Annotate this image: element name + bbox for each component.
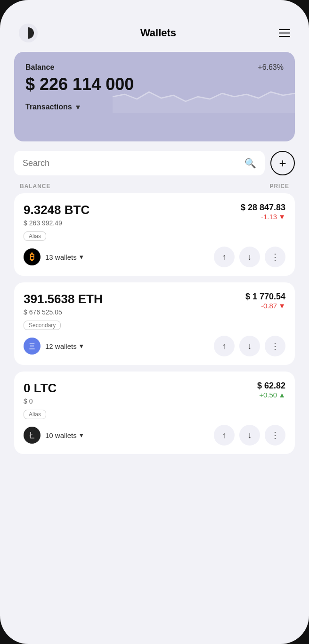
more-button-btc[interactable]: ⋮	[265, 247, 285, 267]
balance-column-header: BALANCE	[20, 183, 50, 190]
coin-bottom-eth: Ξ 12 wallets ▾ ↑ ↓ ⋮	[24, 336, 285, 356]
wallets-chevron-eth: ▾	[80, 342, 83, 350]
coin-price-eth: $ 1 770.54 -0.87 ▼	[245, 292, 285, 310]
add-wallet-button[interactable]: +	[270, 151, 295, 175]
more-button-ltc[interactable]: ⋮	[265, 425, 285, 446]
coin-price-value-ltc: $ 62.82	[257, 381, 285, 391]
action-buttons-eth: ↑ ↓ ⋮	[214, 336, 285, 356]
receive-button-eth[interactable]: ↓	[239, 336, 260, 356]
coin-alias-ltc: Alias	[24, 410, 46, 419]
coin-alias-eth: Secondary	[24, 321, 61, 330]
page-title: Wallets	[140, 27, 176, 39]
coin-usd-btc: $ 263 992.49	[24, 219, 89, 227]
balance-label: Balance	[25, 63, 54, 72]
table-header: BALANCE PRICE	[14, 180, 295, 193]
action-buttons-btc: ↑ ↓ ⋮	[214, 247, 285, 267]
action-buttons-ltc: ↑ ↓ ⋮	[214, 425, 285, 446]
coin-bottom-ltc: Ł 10 wallets ▾ ↑ ↓ ⋮	[24, 425, 285, 446]
down-arrow-icon-eth: ▼	[278, 302, 285, 310]
send-button-eth[interactable]: ↑	[214, 336, 235, 356]
coin-logo-row-ltc: Ł 10 wallets ▾	[24, 427, 83, 444]
ltc-wallets-button[interactable]: 10 wallets ▾	[45, 431, 83, 439]
search-box: 🔍	[14, 151, 265, 175]
svg-marker-1	[113, 92, 295, 113]
coin-change-eth: -0.87 ▼	[245, 302, 285, 310]
coin-usd-ltc: $ 0	[24, 397, 57, 405]
coin-price-value-btc: $ 28 847.83	[241, 203, 285, 213]
coin-amount-btc: 9.3248 BTC	[24, 203, 89, 217]
btc-logo-icon: ₿	[24, 248, 41, 265]
transactions-label: Transactions	[25, 103, 72, 111]
coin-amount-eth: 391.5638 ETH	[24, 292, 103, 306]
eth-logo-icon: Ξ	[24, 338, 41, 355]
transactions-chevron-icon: ▾	[76, 102, 80, 112]
coin-logo-row-btc: ₿ 13 wallets ▾	[24, 248, 83, 265]
price-column-header: PRICE	[270, 183, 289, 190]
search-row: 🔍 +	[14, 151, 295, 175]
more-button-eth[interactable]: ⋮	[265, 336, 285, 356]
coin-change-btc: -1.13 ▼	[241, 213, 285, 221]
coin-left-ltc: 0 LTC $ 0 Alias	[24, 381, 57, 425]
coin-amount-ltc: 0 LTC	[24, 381, 57, 396]
coin-alias-btc: Alias	[24, 231, 46, 241]
coin-card-btc: 9.3248 BTC $ 263 992.49 Alias $ 28 847.8…	[14, 193, 295, 276]
coin-card-eth: 391.5638 ETH $ 676 525.05 Secondary $ 1 …	[14, 282, 295, 365]
coin-bottom-btc: ₿ 13 wallets ▾ ↑ ↓ ⋮	[24, 247, 285, 267]
phone-frame: Wallets Balance +6.63% $ 226 114 000 Tra…	[0, 0, 309, 644]
coin-left-btc: 9.3248 BTC $ 263 992.49 Alias	[24, 203, 89, 247]
coin-usd-eth: $ 676 525.05	[24, 308, 103, 316]
ltc-logo-icon: Ł	[24, 427, 41, 444]
balance-chart	[113, 71, 295, 113]
search-input[interactable]	[23, 158, 240, 168]
app-logo-icon	[19, 24, 38, 42]
btc-wallets-button[interactable]: 13 wallets ▾	[45, 253, 83, 261]
coin-logo-row-eth: Ξ 12 wallets ▾	[24, 338, 83, 355]
coin-left-eth: 391.5638 ETH $ 676 525.05 Secondary	[24, 292, 103, 336]
send-button-btc[interactable]: ↑	[214, 247, 235, 267]
send-button-ltc[interactable]: ↑	[214, 425, 235, 446]
coin-price-value-eth: $ 1 770.54	[245, 292, 285, 302]
menu-button[interactable]	[279, 29, 290, 37]
receive-button-btc[interactable]: ↓	[239, 247, 260, 267]
receive-button-ltc[interactable]: ↓	[239, 425, 260, 446]
coin-list: 9.3248 BTC $ 263 992.49 Alias $ 28 847.8…	[14, 193, 295, 454]
eth-wallets-button[interactable]: 12 wallets ▾	[45, 342, 83, 350]
app-header: Wallets	[14, 19, 295, 52]
coin-change-ltc: +0.50 ▲	[257, 391, 285, 399]
down-arrow-icon-btc: ▼	[278, 213, 285, 221]
balance-card: Balance +6.63% $ 226 114 000 Transaction…	[14, 52, 295, 141]
up-arrow-icon-ltc: ▲	[278, 391, 285, 399]
coin-price-ltc: $ 62.82 +0.50 ▲	[257, 381, 285, 399]
search-icon: 🔍	[244, 157, 256, 169]
wallets-chevron-btc: ▾	[80, 253, 83, 261]
coin-card-ltc: 0 LTC $ 0 Alias $ 62.82 +0.50 ▲ Ł 10 wal…	[14, 372, 295, 454]
wallets-chevron-ltc: ▾	[80, 431, 83, 439]
coin-price-btc: $ 28 847.83 -1.13 ▼	[241, 203, 285, 221]
